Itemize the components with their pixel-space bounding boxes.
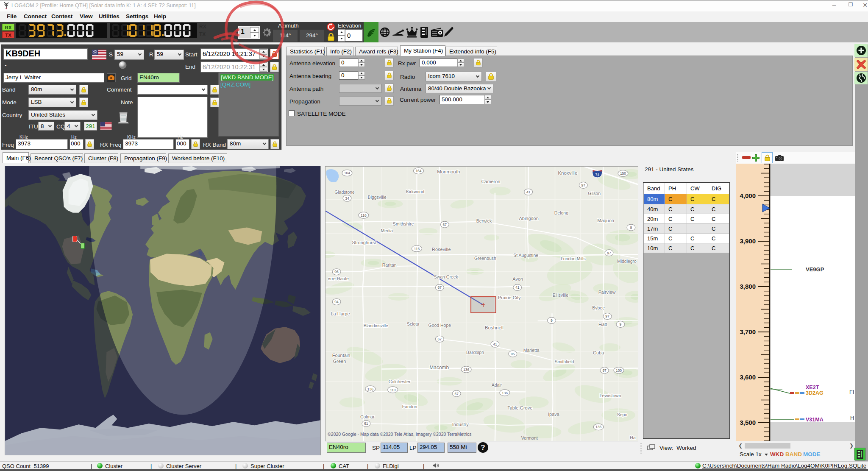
svg-text:67: 67 <box>443 223 447 227</box>
svg-text:Abingdon: Abingdon <box>519 216 539 221</box>
svg-text:Green: Green <box>333 359 346 364</box>
svg-text:Vermont: Vermont <box>521 436 538 440</box>
svg-text:Smithshire: Smithshire <box>393 222 414 226</box>
svg-text:97: 97 <box>607 251 611 255</box>
svg-text:97: 97 <box>581 183 586 187</box>
svg-text:164: 164 <box>415 169 421 173</box>
svg-text:Gilson: Gilson <box>588 191 601 196</box>
svg-text:61: 61 <box>364 421 368 426</box>
svg-text:Fairview: Fairview <box>598 290 616 295</box>
svg-text:La Harpe: La Harpe <box>331 311 350 316</box>
svg-text:94: 94 <box>334 300 339 304</box>
svg-text:97: 97 <box>605 314 609 318</box>
svg-text:Roseville: Roseville <box>432 247 451 252</box>
svg-text:Swan Creek: Swan Creek <box>434 275 459 279</box>
svg-text:Fandon: Fandon <box>402 404 417 409</box>
svg-text:Adair: Adair <box>492 383 502 387</box>
svg-text:110: 110 <box>390 388 396 392</box>
svg-text:London Mills: London Mills <box>561 256 586 261</box>
svg-text:41: 41 <box>493 342 497 346</box>
svg-text:67: 67 <box>438 337 442 341</box>
svg-text:Blandinsville: Blandinsville <box>364 323 388 328</box>
svg-text:Cuba: Cuba <box>593 350 604 355</box>
svg-text:3,800: 3,800 <box>740 283 756 290</box>
svg-text:Bushnell: Bushnell <box>485 325 504 330</box>
svg-text:Sepo: Sepo <box>617 412 628 417</box>
svg-text:74: 74 <box>595 173 599 177</box>
svg-text:Middlegro: Middlegro <box>617 259 637 264</box>
svg-text:Industry: Industry <box>452 422 469 427</box>
svg-text:H: H <box>850 415 854 421</box>
svg-text:©2020 Google - Map data ©2020: ©2020 Google - Map data ©2020 Tele Atlas… <box>328 432 471 437</box>
svg-text:95: 95 <box>511 352 515 356</box>
svg-text:67: 67 <box>438 285 442 290</box>
svg-text:136: 136 <box>463 368 469 372</box>
svg-text:Stronghurst: Stronghurst <box>352 240 376 245</box>
svg-text:Avon: Avon <box>512 276 523 281</box>
svg-text:Media: Media <box>381 229 393 233</box>
svg-text:100: 100 <box>616 368 622 373</box>
svg-text:136: 136 <box>367 387 373 391</box>
svg-text:Colchester: Colchester <box>388 379 411 384</box>
svg-text:4,000: 4,000 <box>740 192 756 199</box>
svg-text:116: 116 <box>361 213 367 217</box>
svg-text:Good Hope: Good Hope <box>428 323 451 328</box>
svg-text:Berwick: Berwick <box>476 219 492 223</box>
svg-text:Gladstone: Gladstone <box>334 190 355 195</box>
svg-text:67: 67 <box>454 392 459 396</box>
svg-text:Biggsville: Biggsville <box>368 195 387 200</box>
svg-text:Bardolph: Bardolph <box>466 350 484 355</box>
svg-text:Greenbush: Greenbush <box>474 256 496 261</box>
svg-text:97: 97 <box>602 368 606 373</box>
svg-text:41: 41 <box>526 190 531 194</box>
svg-text:8: 8 <box>630 226 632 230</box>
svg-text:Maquon: Maquon <box>597 218 614 223</box>
svg-text:Fountain: Fountain <box>332 353 351 358</box>
svg-text:96: 96 <box>334 270 339 274</box>
svg-text:Lewistown: Lewistown <box>599 393 621 398</box>
svg-text:Bybee: Bybee <box>592 306 605 310</box>
svg-text:Monmouth: Monmouth <box>437 169 460 174</box>
svg-text:VE9GP: VE9GP <box>806 266 824 273</box>
svg-text:9: 9 <box>551 318 553 323</box>
svg-text:Fiatt: Fiatt <box>598 322 607 327</box>
svg-text:Raritan: Raritan <box>382 263 397 268</box>
svg-text:9: 9 <box>620 322 622 326</box>
svg-text:Table Grove: Table Grove <box>507 405 532 410</box>
svg-text:St Augustine: St Augustine <box>513 253 538 258</box>
svg-text:150: 150 <box>620 171 626 176</box>
svg-text:34: 34 <box>345 196 349 201</box>
svg-text:Delong: Delong <box>554 211 568 215</box>
svg-text:3D2AG: 3D2AG <box>806 390 823 396</box>
svg-text:Knoxville: Knoxville <box>558 170 577 176</box>
svg-text:V31MA: V31MA <box>806 417 823 423</box>
svg-text:Ha: Ha <box>630 435 636 440</box>
svg-text:136: 136 <box>502 391 508 395</box>
svg-text:Marietta: Marietta <box>523 348 540 353</box>
svg-text:Sciota: Sciota <box>407 322 419 326</box>
svg-text:erre Haute: erre Haute <box>328 276 349 281</box>
svg-text:Ipava: Ipava <box>548 412 560 417</box>
svg-text:Colmar: Colmar <box>360 415 375 419</box>
svg-text:3,900: 3,900 <box>740 237 756 245</box>
svg-text:164: 164 <box>344 171 350 175</box>
svg-text:Cameron: Cameron <box>481 179 500 184</box>
svg-text:3,600: 3,600 <box>740 373 756 381</box>
svg-text:Kirkwood: Kirkwood <box>406 190 424 194</box>
svg-text:3,500: 3,500 <box>740 419 756 426</box>
svg-text:XE2T: XE2T <box>806 385 819 390</box>
svg-text:3,700: 3,700 <box>740 328 756 335</box>
svg-text:116: 116 <box>414 247 420 251</box>
svg-text:Macomb: Macomb <box>429 365 449 371</box>
svg-text:Ellisville: Ellisville <box>553 293 568 298</box>
svg-text:Smithfield: Smithfield <box>554 360 574 364</box>
svg-text:41: 41 <box>515 285 520 290</box>
svg-text:136: 136 <box>595 425 601 429</box>
svg-text:FI: FI <box>849 389 854 395</box>
svg-text:Prairie City: Prairie City <box>498 295 521 300</box>
